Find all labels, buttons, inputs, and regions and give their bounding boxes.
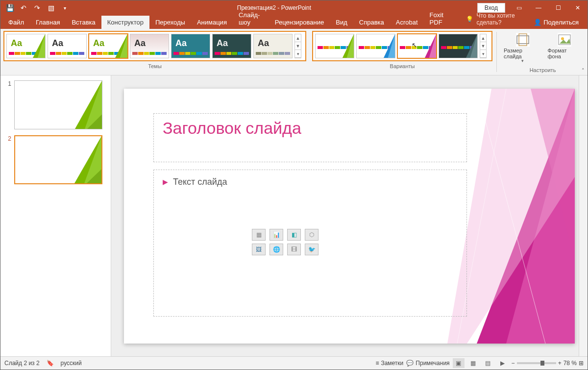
qat-dropdown-icon[interactable]: ▾	[58, 1, 71, 14]
variant-thumb-green[interactable]	[315, 34, 354, 58]
language-indicator[interactable]: русский	[61, 360, 82, 367]
insert-smartart-icon[interactable]: ◧	[287, 229, 301, 241]
gallery-down-icon[interactable]: ▼	[480, 42, 486, 50]
share-button[interactable]: 👤 Поделиться	[527, 16, 586, 29]
zoom-out-button[interactable]: −	[512, 360, 515, 367]
tab-slideshow[interactable]: Слайд-шоу	[233, 8, 269, 29]
tab-animations[interactable]: Анимация	[191, 16, 233, 29]
notes-button[interactable]: ≡Заметки	[375, 360, 403, 367]
slide-size-button[interactable]: Размер слайда ▾	[501, 31, 545, 65]
insert-online-picture-icon[interactable]: 🌐	[270, 244, 283, 255]
bullet-icon: ▶	[163, 178, 168, 186]
zoom-in-button[interactable]: +	[558, 360, 562, 367]
slideshow-view-button[interactable]: ▶	[497, 358, 509, 368]
vertical-scrollbar[interactable]	[579, 75, 588, 356]
tab-foxit[interactable]: Foxit PDF	[424, 8, 457, 29]
gallery-expand-icon[interactable]: ▾	[295, 50, 301, 58]
comments-icon: 💬	[406, 360, 414, 367]
configure-group-label: Настроить	[530, 67, 556, 73]
notes-icon: ≡	[375, 360, 379, 367]
insert-table-icon[interactable]: ▦	[252, 229, 266, 241]
slide-thumbnail-1[interactable]	[14, 80, 102, 129]
share-icon: 👤	[534, 19, 541, 26]
undo-icon[interactable]: ↶	[17, 1, 30, 14]
start-from-beginning-icon[interactable]: ▧	[45, 1, 57, 14]
variant-thumb-dark[interactable]	[439, 34, 478, 58]
insert-picture-icon[interactable]: 🖼	[252, 244, 266, 255]
themes-gallery-more[interactable]: ▲ ▼ ▾	[294, 34, 301, 58]
normal-view-button[interactable]: ▣	[453, 358, 465, 368]
slide-counter[interactable]: Слайд 2 из 2	[4, 360, 40, 367]
insert-video-icon[interactable]: 🎞	[287, 244, 301, 255]
tab-design[interactable]: Конструктор	[101, 16, 149, 29]
theme-thumb-5[interactable]: Aa	[171, 34, 210, 58]
lightbulb-icon: 💡	[466, 16, 473, 23]
zoom-slider[interactable]	[517, 362, 556, 364]
tab-insert[interactable]: Вставка	[66, 16, 101, 29]
themes-gallery: Aa Aa Aa Aa Aa Aa	[3, 31, 306, 61]
tab-file[interactable]: Файл	[2, 16, 30, 29]
tab-acrobat[interactable]: Acrobat	[390, 16, 424, 29]
theme-thumb-6[interactable]: Aa	[212, 34, 251, 58]
tab-review[interactable]: Рецензирование	[269, 16, 330, 29]
tell-me-placeholder: Что вы хотите сделать?	[476, 12, 522, 26]
tab-view[interactable]: Вид	[330, 16, 353, 29]
insert-icon-icon[interactable]: 🐦	[305, 244, 318, 255]
gallery-up-icon[interactable]: ▲	[295, 34, 301, 42]
gallery-down-icon[interactable]: ▼	[295, 42, 301, 50]
title-placeholder[interactable]: Заголовок слайда	[153, 113, 467, 162]
gallery-expand-icon[interactable]: ▾	[480, 50, 486, 58]
insert-chart-icon[interactable]: 📊	[270, 229, 283, 241]
redo-icon[interactable]: ↷	[31, 1, 44, 14]
window-title: Презентация2 - PowerPoint	[71, 4, 477, 11]
slide-thumbnail-2-selected[interactable]	[14, 135, 102, 184]
reading-view-button[interactable]: ▤	[482, 358, 494, 368]
themes-group-label: Темы	[148, 63, 162, 69]
variant-thumb-blue[interactable]	[356, 34, 395, 58]
cursor-icon: ↖	[412, 41, 417, 49]
format-background-button[interactable]: Формат фона	[545, 31, 585, 65]
title-placeholder-text: Заголовок слайда	[163, 119, 301, 137]
current-slide[interactable]: Заголовок слайда ▶ Текст слайда ▦ 📊 ◧ ⬡ …	[124, 89, 575, 344]
save-icon[interactable]: 💾	[3, 1, 16, 14]
comments-button[interactable]: 💬Примечания	[406, 360, 449, 367]
content-insert-icons: ▦ 📊 ◧ ⬡ 🖼 🌐 🎞 🐦	[252, 229, 319, 255]
content-placeholder[interactable]: ▶ Текст слайда ▦ 📊 ◧ ⬡ 🖼 🌐 🎞 🐦	[153, 170, 467, 317]
zoom-level[interactable]: 78 %	[564, 360, 577, 367]
format-background-icon	[558, 33, 571, 47]
tab-transitions[interactable]: Переходы	[149, 16, 191, 29]
share-label: Поделиться	[543, 19, 579, 26]
format-background-label: Формат фона	[548, 48, 582, 59]
collapse-ribbon-icon[interactable]: ˄	[582, 68, 585, 74]
theme-thumb-7[interactable]: Aa	[253, 34, 293, 58]
tab-home[interactable]: Главная	[30, 16, 66, 29]
gallery-up-icon[interactable]: ▲	[480, 34, 486, 42]
insert-3d-model-icon[interactable]: ⬡	[305, 229, 318, 241]
thumb-number-1: 1	[4, 80, 11, 87]
slide-thumbnails-panel: 1 2	[0, 75, 111, 356]
slide-size-icon	[516, 33, 530, 47]
tell-me-input[interactable]: 💡 Что вы хотите сделать?	[461, 9, 527, 29]
variants-gallery: ↖ ▲ ▼ ▾	[312, 31, 492, 61]
variants-group-label: Варианты	[390, 63, 415, 69]
variant-thumb-pink[interactable]: ↖	[397, 34, 437, 58]
tab-help[interactable]: Справка	[353, 16, 390, 29]
slide-size-label: Размер слайда	[504, 48, 542, 59]
fit-to-window-button[interactable]: ⊞	[579, 360, 584, 367]
spellcheck-icon[interactable]: 🔖	[47, 360, 54, 367]
theme-thumb-1[interactable]: Aa	[6, 34, 46, 58]
minimize-icon[interactable]: —	[529, 0, 548, 15]
content-placeholder-text: Текст слайда	[173, 177, 227, 187]
slide-sorter-view-button[interactable]: ▦	[467, 358, 479, 368]
theme-thumb-2[interactable]: Aa	[48, 34, 87, 58]
maximize-icon[interactable]: ☐	[548, 0, 568, 15]
theme-thumb-3-selected[interactable]: Aa	[89, 34, 128, 58]
close-icon[interactable]: ✕	[568, 0, 588, 15]
chevron-down-icon: ▾	[521, 58, 524, 63]
slide-workspace: Заголовок слайда ▶ Текст слайда ▦ 📊 ◧ ⬡ …	[111, 75, 588, 356]
variants-gallery-more[interactable]: ▲ ▼ ▾	[480, 34, 487, 58]
thumb-number-2: 2	[4, 135, 11, 142]
theme-thumb-4[interactable]: Aa	[130, 34, 169, 58]
